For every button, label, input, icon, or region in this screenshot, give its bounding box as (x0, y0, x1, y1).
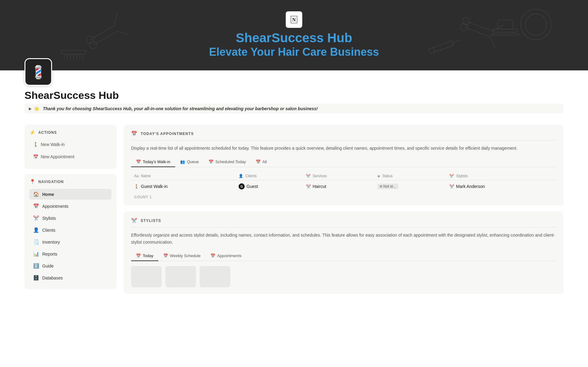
svg-line-5 (117, 27, 130, 39)
nav-appointments-label: Appointments (42, 204, 69, 209)
new-appointment-label: New Appointment (41, 154, 74, 159)
count-value: 1 (149, 195, 152, 199)
nav-reports[interactable]: 📊 Reports (29, 249, 111, 259)
status-dot (380, 185, 382, 188)
calendar-icon: 📅 (131, 131, 138, 137)
banner-title-colored2: Success (271, 31, 323, 45)
col-services: ✂️ Services (303, 172, 374, 180)
todays-appointments-card: 📅 TODAY'S APPOINTMENTS Display a real-ti… (124, 125, 564, 205)
notion-logo: N (286, 11, 302, 28)
name-col-icon: Aa (134, 174, 139, 178)
nav-databases-label: Databases (42, 275, 63, 280)
tab-todays-walkin[interactable]: 📅 Today's Walk-in (131, 157, 175, 167)
status-badge: Not st... (377, 184, 398, 189)
guide-icon: ℹ️ (33, 263, 39, 269)
reports-icon: 📊 (33, 251, 39, 257)
status-value: Not st... (383, 184, 396, 189)
nav-reports-label: Reports (42, 252, 57, 257)
stylist-row-icon: ✂️ (449, 184, 454, 189)
svg-point-3 (88, 40, 98, 50)
new-walkin-button[interactable]: 🚶 New Walk-in (29, 140, 111, 149)
count-row: COUNT 1 (131, 193, 556, 199)
svg-rect-15 (61, 51, 86, 54)
svg-rect-14 (492, 34, 519, 36)
svg-rect-23 (429, 41, 454, 54)
new-appointment-button[interactable]: 📅 New Appointment (29, 152, 111, 162)
guest-avatar: G (239, 183, 245, 189)
all-tab-icon: 📅 (256, 159, 261, 164)
svg-point-9 (459, 22, 469, 32)
appointments-tab-icon: 📅 (210, 253, 215, 258)
banner-title-colored: Shear (236, 31, 272, 45)
page-callout[interactable]: ▶ 🌟 Thank you for choosing ShearSuccess … (24, 104, 564, 114)
banner-title-white: Hub (324, 31, 352, 45)
col-status: ◈ Status (374, 172, 446, 180)
page-body: 💈 ShearSuccess Hub ▶ 🌟 Thank you for cho… (0, 70, 588, 300)
barber-pole-icon: 💈 (30, 65, 46, 80)
databases-icon: 🗄️ (33, 275, 39, 281)
actions-icon: ⚡ (29, 129, 36, 135)
callout-star: 🌟 (34, 106, 39, 111)
nav-inventory[interactable]: 🗒️ Inventory (29, 237, 111, 247)
stylist-card-3 (200, 266, 230, 287)
navigation-header: 📍 NAVIGATION (29, 179, 111, 185)
svg-line-11 (487, 36, 498, 48)
navigation-section: 📍 NAVIGATION 🏠 Home 📅 Appointments ✂️ St… (24, 174, 116, 289)
tab-queue[interactable]: 👥 Queue (175, 157, 204, 167)
svg-line-25 (453, 40, 461, 43)
appointment-icon: 📅 (33, 154, 38, 159)
navigation-label: NAVIGATION (38, 180, 64, 184)
svg-line-0 (90, 26, 114, 40)
toggle-arrow-icon: ▶ (29, 107, 32, 111)
weekly-tab-icon: 📅 (163, 253, 168, 258)
todays-appointments-title: TODAY'S APPOINTMENTS (141, 132, 194, 136)
col-stylists: ✂️ Stylists (446, 172, 556, 180)
tab-today[interactable]: 📅 Today (131, 251, 158, 261)
nav-appointments[interactable]: 📅 Appointments (29, 201, 111, 212)
banner-main-title: ShearSuccess Hub (209, 31, 379, 45)
right-content: 📅 TODAY'S APPOINTMENTS Display a real-ti… (124, 125, 564, 300)
svg-rect-12 (493, 29, 518, 32)
nav-guide-label: Guide (42, 264, 54, 268)
row-name-value: Guest Walk-in (141, 184, 168, 189)
table-row: 🚶 Guest Walk-in G Guest (131, 180, 556, 193)
row-stylist-cell: ✂️ Mark Anderson (446, 180, 556, 193)
row-stylist-value: Mark Anderson (456, 184, 485, 189)
nav-inventory-label: Inventory (42, 240, 60, 245)
stylists-card: ✂️ STYLISTS Effortlessly organize and ac… (124, 212, 564, 294)
banner-subtitle: Elevate Your Hair Care Business (209, 45, 379, 59)
callout-text: Thank you for choosing ShearSuccess Hub,… (43, 106, 318, 111)
appointments-table: Aa Name 👤 Clients ✂️ Services ◈ Status (131, 172, 556, 193)
row-status-cell: Not st... (374, 180, 446, 193)
service-row-icon: ✂️ (306, 184, 311, 189)
walkin-tab-icon: 📅 (136, 159, 141, 164)
actions-header: ⚡ ACTIONS (29, 129, 111, 135)
nav-stylists[interactable]: ✂️ Stylists (29, 213, 111, 223)
walkin-icon: 🚶 (33, 142, 38, 147)
queue-tab-icon: 👥 (180, 159, 185, 164)
nav-icon: 📍 (29, 179, 36, 185)
tab-appointments[interactable]: 📅 Appointments (205, 251, 247, 261)
svg-rect-13 (498, 20, 513, 29)
status-col-icon: ◈ (377, 174, 380, 178)
stylists-icon: ✂️ (33, 215, 39, 221)
tab-weekly-schedule[interactable]: 📅 Weekly Schedule (158, 251, 205, 261)
stylists-card-header: ✂️ STYLISTS (131, 218, 556, 227)
clients-col-icon: 👤 (239, 174, 243, 178)
appointments-tab-bar: 📅 Today's Walk-in 👥 Queue 📅 Scheduled To… (131, 157, 556, 167)
todays-appointments-header: 📅 TODAY'S APPOINTMENTS (131, 131, 556, 140)
tab-all-label: All (262, 159, 267, 164)
nav-home[interactable]: 🏠 Home (29, 189, 111, 200)
tab-today-label: Today (143, 253, 153, 258)
today-tab-icon: 📅 (136, 253, 141, 258)
stylists-card-desc: Effortlessly organize and access stylist… (131, 232, 556, 245)
tab-scheduled-today[interactable]: 📅 Scheduled Today (204, 157, 251, 167)
nav-guide[interactable]: ℹ️ Guide (29, 260, 111, 271)
tab-all[interactable]: 📅 All (251, 157, 272, 167)
nav-databases[interactable]: 🗄️ Databases (29, 272, 111, 283)
stylists-card-icon: ✂️ (131, 218, 138, 223)
nav-clients-label: Clients (42, 228, 55, 233)
tab-queue-label: Queue (187, 159, 199, 164)
nav-clients[interactable]: 👤 Clients (29, 225, 111, 235)
svg-line-1 (93, 31, 117, 45)
